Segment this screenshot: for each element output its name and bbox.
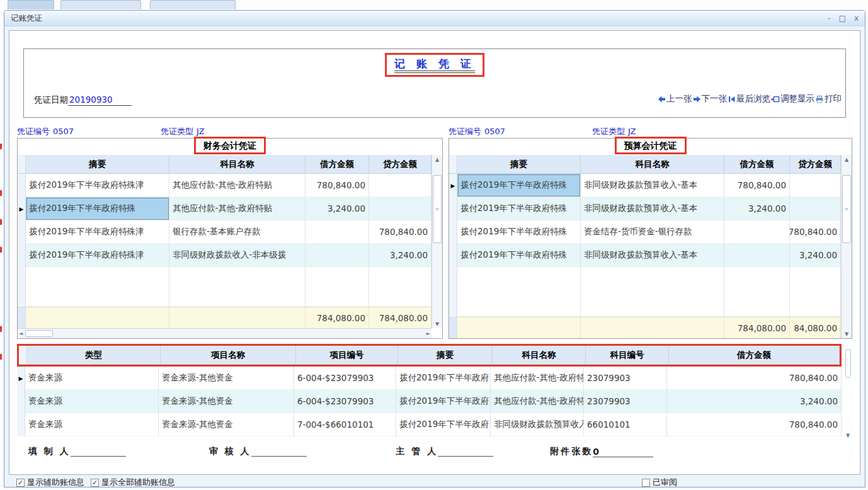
table-row: 拨付2019年下半年政府特殊津 银行存款-基本账户存款 780,840.00 <box>18 220 431 244</box>
scroll-down-icon[interactable]: ▼ <box>432 319 442 328</box>
show-all-aux-checkbox[interactable]: ✓ 显示全部辅助账信息 <box>91 477 175 488</box>
next-voucher-button[interactable]: 下一张 <box>692 93 728 105</box>
credit-cell[interactable]: 780,840.00 <box>790 220 841 244</box>
scroll-down-icon[interactable]: ▼ <box>846 433 850 438</box>
scroll-up-icon[interactable]: ▲ <box>842 155 852 164</box>
scrollbar-thumb[interactable]: ≡ <box>433 175 442 243</box>
scroll-left-icon[interactable]: ◄ <box>19 331 23 336</box>
scroll-right-icon[interactable]: ► <box>426 331 430 336</box>
summary-cell[interactable]: 拨付2019年下半年政府特殊 <box>457 220 581 244</box>
background-tab[interactable] <box>8 0 54 9</box>
scrollbar-thumb[interactable]: ≡ <box>842 175 851 243</box>
account-no-cell[interactable]: 66010101 <box>584 413 667 436</box>
aux-vertical-scrollbar[interactable]: ▼ <box>843 344 852 438</box>
financial-section-title: 财务会计凭证 <box>203 140 256 151</box>
account-cell[interactable]: 非同级财政拨款预算收入-基本 <box>581 244 724 267</box>
account-no-cell[interactable]: 23079903 <box>584 390 667 413</box>
account-name-cell[interactable]: 其他应付款-其他-政府特 <box>491 367 584 390</box>
summary-cell-selected[interactable]: 拨付2019年下半年政府特殊 <box>457 174 581 197</box>
scroll-up-icon[interactable]: ▲ <box>432 155 442 164</box>
debit-cell[interactable]: 3,240.00 <box>306 197 369 220</box>
summary-cell-selected[interactable]: 拨付2019年下半年政府特殊 <box>26 197 169 220</box>
account-cell[interactable]: 非同级财政拨款收入-非本级拨 <box>169 244 306 267</box>
account-name-cell[interactable]: 非同级财政拨款预算收入 <box>491 413 584 436</box>
summary-cell[interactable]: 拨付2019年下半年政府特殊 <box>457 244 581 267</box>
minimize-button[interactable]: - <box>828 14 830 22</box>
credit-cell[interactable]: 3,240.00 <box>790 244 841 267</box>
summary-cell[interactable]: 拨付2019年下半年政府 <box>396 367 491 390</box>
project-no-cell[interactable]: 6-004-$23079903 <box>294 390 396 413</box>
debit-cell[interactable]: 780,840.00 <box>667 367 842 390</box>
account-cell[interactable]: 其他应付款-其他-政府特贴 <box>169 174 306 197</box>
debit-cell[interactable] <box>724 220 790 244</box>
annotation-box-financial: 财务会计凭证 <box>194 137 266 154</box>
background-tab[interactable] <box>150 0 236 9</box>
debit-cell[interactable]: 3,240.00 <box>724 197 790 220</box>
summary-cell[interactable]: 拨付2019年下半年政府 <box>396 390 491 413</box>
summary-cell[interactable]: 拨付2019年下半年政府 <box>396 413 491 436</box>
edge-artifact <box>0 144 2 149</box>
prev-voucher-button[interactable]: 上一张 <box>657 93 692 105</box>
type-cell[interactable]: 资金来源 <box>25 367 159 390</box>
last-voucher-button[interactable]: 最后浏览 <box>727 93 770 105</box>
financial-vertical-scrollbar[interactable]: ▲ ≡ ▼ <box>431 155 442 328</box>
account-cell[interactable]: 非同级财政拨款预算收入-基本 <box>581 174 724 197</box>
supervisor-label: 主 管 人 <box>396 446 438 457</box>
maximize-button[interactable]: □ <box>839 14 846 22</box>
financial-horizontal-scrollbar[interactable]: ◄ ► <box>18 328 431 338</box>
background-tab[interactable] <box>60 0 141 9</box>
credit-cell[interactable]: 3,240.00 <box>369 244 431 267</box>
arrow-left-icon <box>658 95 666 103</box>
window-title: 记账凭证 <box>11 13 42 24</box>
col-project-no: 项目编号 <box>296 346 398 364</box>
attachments-value[interactable]: 0 <box>593 447 653 457</box>
debit-cell[interactable] <box>306 244 369 267</box>
debit-cell[interactable]: 3,240.00 <box>667 390 842 413</box>
type-cell[interactable]: 资金来源 <box>25 413 159 436</box>
account-cell[interactable]: 其他应付款-其他-政府特贴 <box>169 197 306 220</box>
arrow-right-icon <box>693 95 701 103</box>
project-name-cell[interactable]: 资金来源-其他资金 <box>159 367 294 390</box>
scrollbar-thumb[interactable] <box>845 349 851 378</box>
account-no-cell[interactable]: 23079903 <box>584 367 667 390</box>
summary-cell[interactable]: 拨付2019年下半年政府特殊津 <box>26 220 169 244</box>
edge-artifact <box>0 354 2 360</box>
table-row-selected: ▶ 拨付2019年下半年政府特殊 其他应付款-其他-政府特贴 3,240.00 <box>18 197 431 220</box>
type-cell[interactable]: 资金来源 <box>25 390 159 413</box>
close-button[interactable]: x <box>854 14 859 22</box>
adjust-display-icon <box>771 95 780 103</box>
col-summary: 摘要 <box>457 155 581 173</box>
account-cell[interactable]: 非同级财政拨款预算收入-基本 <box>581 197 724 220</box>
project-no-cell[interactable]: 6-004-$23079903 <box>294 367 396 390</box>
credit-cell[interactable] <box>369 197 431 220</box>
project-no-cell[interactable]: 7-004-$66010101 <box>294 413 396 436</box>
project-name-cell[interactable]: 资金来源-其他资金 <box>159 390 294 413</box>
adjust-display-button[interactable]: 调整显示 <box>770 93 814 105</box>
account-name-cell[interactable]: 其他应付款-其他-政府特 <box>491 390 584 413</box>
auxiliary-ledger-table: 类型 项目名称 项目编号 摘要 科目名称 科目编号 借方金额 ▶ 资金来源 资金… <box>17 344 852 438</box>
show-aux-checkbox[interactable]: ✓ 显示辅助账信息 <box>16 477 84 488</box>
account-cell[interactable]: 银行存款-基本账户存款 <box>169 220 306 244</box>
account-cell[interactable]: 资金结存-货币资金-银行存款 <box>581 220 724 244</box>
summary-cell[interactable]: 拨付2019年下半年政府特殊津 <box>26 244 169 267</box>
credit-cell[interactable] <box>790 174 841 197</box>
credit-cell[interactable] <box>790 197 841 220</box>
reviewed-checkbox[interactable]: 已审阅 <box>642 477 677 488</box>
voucher-date-field[interactable]: 20190930 <box>68 94 132 106</box>
credit-cell[interactable]: 780,840.00 <box>369 220 431 244</box>
edge-artifact <box>0 326 2 332</box>
debit-cell[interactable]: 780,840.00 <box>724 174 790 197</box>
scrollbar-thumb[interactable] <box>25 330 53 337</box>
credit-cell[interactable] <box>369 174 431 197</box>
summary-cell[interactable]: 拨付2019年下半年政府特殊津 <box>26 174 169 197</box>
project-name-cell[interactable]: 资金来源-其他资金 <box>159 413 294 436</box>
summary-cell[interactable]: 拨付2019年下半年政府特殊 <box>457 197 581 220</box>
budget-vertical-scrollbar[interactable]: ▲ ≡ ▼ <box>841 155 852 338</box>
print-button[interactable]: 打印 <box>814 93 842 105</box>
debit-cell[interactable]: 780,840.00 <box>667 413 842 436</box>
reviewer-label: 审 核 人 <box>209 446 251 457</box>
debit-cell[interactable]: 780,840.00 <box>306 174 369 197</box>
debit-cell[interactable] <box>724 244 790 267</box>
scroll-down-icon[interactable]: ▼ <box>842 329 852 338</box>
debit-cell[interactable] <box>306 220 369 244</box>
